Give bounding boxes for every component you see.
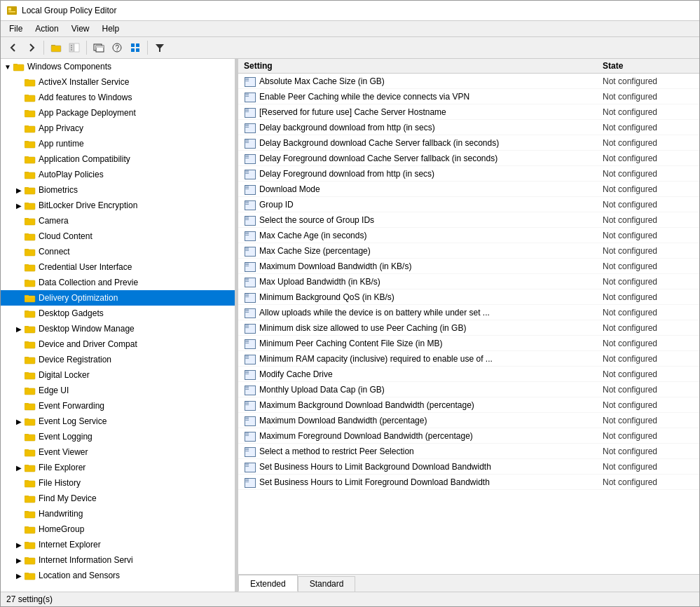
setting-row[interactable]: Delay Foreground download from http (in … xyxy=(238,166,699,182)
sidebar-item-add-features[interactable]: ▶ Add features to Windows xyxy=(1,90,235,105)
sidebar-item-autoplay[interactable]: ▶ AutoPlay Policies xyxy=(1,167,235,182)
sidebar-item-homegroup[interactable]: ▶ HomeGroup xyxy=(1,521,235,537)
sidebar-item-device-driver[interactable]: ▶ Device and Driver Compat xyxy=(1,336,235,352)
setting-row[interactable]: Set Business Hours to Limit Foreground D… xyxy=(238,475,699,490)
expand-arrow-internet-explorer[interactable]: ▶ xyxy=(15,540,23,549)
sidebar-item-connect[interactable]: ▶ Connect xyxy=(1,244,235,259)
folder-icon-add-features xyxy=(25,93,36,102)
sidebar-item-digital-locker[interactable]: ▶ Digital Locker xyxy=(1,367,235,383)
sidebar-item-internet-explorer[interactable]: ▶ Internet Explorer xyxy=(1,537,235,552)
setting-name-3: Delay background download from http (in … xyxy=(259,123,603,132)
setting-row[interactable]: Minimum Background QoS (in KB/s) Not con… xyxy=(238,289,699,305)
sidebar-item-app-runtime[interactable]: ▶ App runtime xyxy=(1,136,235,151)
sidebar-item-bitlocker[interactable]: ▶ BitLocker Drive Encryption xyxy=(1,198,235,213)
menu-view[interactable]: View xyxy=(66,22,95,35)
folder-icon-internet-info xyxy=(25,555,36,565)
setting-row[interactable]: Delay Background download Cache Server f… xyxy=(238,135,699,151)
sidebar-item-location-sensors[interactable]: ▶ Location and Sensors xyxy=(1,568,235,583)
expand-arrow-biometrics[interactable]: ▶ xyxy=(15,186,23,194)
expand-arrow-bitlocker[interactable]: ▶ xyxy=(15,201,23,210)
setting-row[interactable]: [Reserved for future use] Cache Server H… xyxy=(238,104,699,120)
svg-rect-77 xyxy=(25,342,35,348)
folder-icon-device-driver xyxy=(25,339,36,349)
sidebar-item-camera[interactable]: ▶ Camera xyxy=(1,213,235,229)
sidebar-label-connect: Connect xyxy=(39,247,70,257)
sidebar[interactable]: ▼ Windows Components▶ ActiveX Installer … xyxy=(1,59,235,592)
expand-arrow-file-explorer[interactable]: ▶ xyxy=(15,463,23,472)
tab-extended[interactable]: Extended xyxy=(238,575,298,592)
setting-row[interactable]: Modify Cache Drive Not configured xyxy=(238,367,699,382)
about-button[interactable] xyxy=(127,39,144,56)
sidebar-item-cloud-content[interactable]: ▶ Cloud Content xyxy=(1,229,235,244)
sidebar-item-handwriting[interactable]: ▶ Handwriting xyxy=(1,506,235,521)
setting-row[interactable]: Monthly Upload Data Cap (in GB) Not conf… xyxy=(238,382,699,397)
svg-rect-113 xyxy=(25,527,35,533)
svg-rect-31 xyxy=(25,111,35,117)
setting-row[interactable]: Maximum Background Download Bandwidth (p… xyxy=(238,397,699,413)
sidebar-item-event-forwarding[interactable]: ▶ Event Forwarding xyxy=(1,398,235,414)
expand-arrow-desktop-window[interactable]: ▶ xyxy=(15,325,23,333)
setting-row[interactable]: Set Business Hours to Limit Background D… xyxy=(238,459,699,475)
expand-arrow-internet-info[interactable]: ▶ xyxy=(15,556,23,564)
setting-row[interactable]: Allow uploads while the device is on bat… xyxy=(238,305,699,320)
setting-row[interactable]: Minimum Peer Caching Content File Size (… xyxy=(238,336,699,351)
new-window-button[interactable] xyxy=(90,39,107,56)
folder-icon-camera xyxy=(25,216,36,226)
tab-standard[interactable]: Standard xyxy=(298,576,356,592)
setting-row[interactable]: Group ID Not configured xyxy=(238,197,699,212)
expand-arrow-event-log-service[interactable]: ▶ xyxy=(15,417,23,425)
sidebar-item-event-log-service[interactable]: ▶ Event Log Service xyxy=(1,414,235,429)
setting-row[interactable]: Minimum RAM capacity (inclusive) require… xyxy=(238,351,699,367)
expand-arrow-windows-components[interactable]: ▼ xyxy=(4,62,12,71)
setting-row[interactable]: Download Mode Not configured xyxy=(238,182,699,197)
sidebar-item-desktop-gadgets[interactable]: ▶ Desktop Gadgets xyxy=(1,306,235,321)
setting-name-4: Delay Background download Cache Server f… xyxy=(259,138,603,148)
setting-row[interactable]: Maximum Foreground Download Bandwidth (p… xyxy=(238,428,699,444)
setting-icon-1 xyxy=(244,92,255,102)
sidebar-item-device-reg[interactable]: ▶ Device Registration xyxy=(1,352,235,367)
sidebar-item-desktop-window[interactable]: ▶ Desktop Window Manage xyxy=(1,321,235,336)
setting-row[interactable]: Delay Foreground download Cache Server f… xyxy=(238,151,699,166)
svg-marker-20 xyxy=(156,44,164,52)
menu-file[interactable]: File xyxy=(4,22,28,35)
setting-row[interactable]: Maximum Download Bandwidth (percentage) … xyxy=(238,413,699,428)
expand-arrow-location-sensors[interactable]: ▶ xyxy=(15,571,23,580)
setting-row[interactable]: Max Cache Size (percentage) Not configur… xyxy=(238,243,699,259)
setting-row[interactable]: Minimum disk size allowed to use Peer Ca… xyxy=(238,320,699,336)
setting-row[interactable]: Absolute Max Cache Size (in GB) Not conf… xyxy=(238,74,699,89)
sidebar-item-file-explorer[interactable]: ▶ File Explorer xyxy=(1,460,235,475)
sidebar-item-activex[interactable]: ▶ ActiveX Installer Service xyxy=(1,74,235,90)
sidebar-item-edge-ui[interactable]: ▶ Edge UI xyxy=(1,383,235,398)
menu-help[interactable]: Help xyxy=(97,22,125,35)
setting-row[interactable]: Max Cache Age (in seconds) Not configure… xyxy=(238,228,699,243)
setting-row[interactable]: Select a method to restrict Peer Selecti… xyxy=(238,444,699,459)
back-button[interactable] xyxy=(5,39,22,56)
sidebar-item-event-viewer[interactable]: ▶ Event Viewer xyxy=(1,444,235,460)
setting-row[interactable]: Enable Peer Caching while the device con… xyxy=(238,89,699,104)
filter-button[interactable] xyxy=(151,39,168,56)
sidebar-item-app-privacy[interactable]: ▶ App Privacy xyxy=(1,121,235,136)
forward-button[interactable] xyxy=(23,39,40,56)
setting-row[interactable]: Max Upload Bandwidth (in KB/s) Not confi… xyxy=(238,274,699,289)
sidebar-item-file-history[interactable]: ▶ File History xyxy=(1,475,235,491)
sidebar-item-app-package[interactable]: ▶ App Package Deployment xyxy=(1,105,235,121)
sidebar-item-biometrics[interactable]: ▶ Biometrics xyxy=(1,182,235,198)
sidebar-item-delivery-opt[interactable]: ▶ Delivery Optimization xyxy=(1,290,235,306)
menu-action[interactable]: Action xyxy=(29,22,64,35)
sidebar-item-credential-ui[interactable]: ▶ Credential User Interface xyxy=(1,259,235,275)
sidebar-item-event-logging[interactable]: ▶ Event Logging xyxy=(1,429,235,444)
sidebar-item-data-collection[interactable]: ▶ Data Collection and Previe xyxy=(1,275,235,290)
settings-list[interactable]: Absolute Max Cache Size (in GB) Not conf… xyxy=(238,74,699,574)
open-folder-button[interactable] xyxy=(48,39,64,56)
sidebar-item-internet-info[interactable]: ▶ Internet Information Servi xyxy=(1,552,235,568)
setting-row[interactable]: Select the source of Group IDs Not confi… xyxy=(238,212,699,228)
setting-row[interactable]: Delay background download from http (in … xyxy=(238,120,699,135)
setting-state-8: Not configured xyxy=(603,200,694,210)
sidebar-item-windows-components[interactable]: ▼ Windows Components xyxy=(1,59,235,74)
help-button[interactable]: ? xyxy=(109,39,125,56)
setting-row[interactable]: Maximum Download Bandwidth (in KB/s) Not… xyxy=(238,259,699,274)
sidebar-item-find-my-device[interactable]: ▶ Find My Device xyxy=(1,491,235,506)
sidebar-item-app-compat[interactable]: ▶ Application Compatibility xyxy=(1,151,235,167)
console-tree-button[interactable] xyxy=(66,39,83,56)
folder-icon-app-compat xyxy=(25,154,36,164)
